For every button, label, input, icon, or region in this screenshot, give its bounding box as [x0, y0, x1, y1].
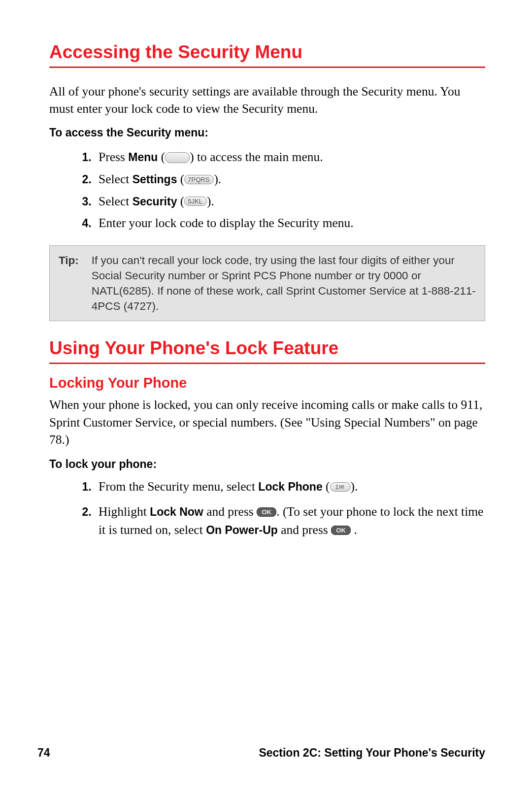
- step-text: Press: [99, 150, 128, 164]
- step-text: (: [177, 194, 184, 208]
- locking-body: When your phone is locked, you can only …: [49, 396, 485, 449]
- subhead-access-security: To access the Security menu:: [49, 126, 485, 139]
- step-text: From the Security menu, select: [99, 479, 258, 494]
- step-text: (: [177, 172, 184, 186]
- step-text: ) to access the main menu.: [190, 150, 323, 164]
- step-text: (: [323, 479, 330, 494]
- lock-now-label: Lock Now: [150, 505, 203, 518]
- tip-box: Tip: If you can't recall your lock code,…: [49, 245, 485, 321]
- step-text: .: [351, 523, 357, 537]
- lock-step-2: Highlight Lock Now and press OK. (To set…: [95, 503, 485, 539]
- step-text: Highlight: [99, 504, 150, 519]
- step-text: Select: [99, 194, 133, 208]
- heading-lock-feature: Using Your Phone's Lock Feature: [49, 338, 485, 364]
- ok-key-icon: OK: [257, 507, 276, 517]
- lock-phone-label: Lock Phone: [258, 480, 322, 493]
- step-text: ).: [351, 479, 358, 494]
- tip-text: If you can't recall your lock code, try …: [92, 253, 476, 314]
- step-text: ).: [207, 194, 214, 208]
- step-1: Press Menu ( ) to access the main menu.: [95, 146, 485, 168]
- page-footer: 74 Section 2C: Setting Your Phone's Secu…: [0, 746, 532, 760]
- step-text: Select: [99, 172, 133, 186]
- intro-paragraph: All of your phone's security settings ar…: [49, 83, 485, 117]
- step-text: and press: [203, 504, 257, 519]
- step-3: Select Security (5JKL).: [95, 191, 485, 213]
- ok-key-icon: OK: [331, 526, 351, 535]
- settings-label: Settings: [133, 173, 177, 186]
- steps-access-security: Press Menu ( ) to access the main menu. …: [49, 146, 485, 234]
- key-1-icon: 1✉: [330, 482, 351, 492]
- security-label: Security: [133, 195, 177, 208]
- lock-step-1: From the Security menu, select Lock Phon…: [95, 478, 485, 496]
- steps-lock-phone: From the Security menu, select Lock Phon…: [49, 478, 485, 539]
- step-text: and press: [278, 523, 331, 537]
- tip-label: Tip:: [59, 253, 79, 314]
- step-text: ).: [214, 172, 221, 186]
- menu-label: Menu: [128, 151, 158, 164]
- heading-accessing-security: Accessing the Security Menu: [49, 42, 485, 68]
- subhead-lock-phone: To lock your phone:: [49, 458, 485, 471]
- step-4: Enter your lock code to display the Secu…: [95, 212, 485, 234]
- menu-key-icon: [165, 152, 190, 163]
- subheading-locking-phone: Locking Your Phone: [49, 375, 485, 391]
- step-2: Select Settings (7PQRS).: [95, 168, 485, 191]
- key-5-icon: 5JKL: [184, 197, 207, 206]
- key-7-icon: 7PQRS: [184, 175, 214, 184]
- page-number: 74: [37, 746, 50, 760]
- step-text: (: [158, 150, 165, 164]
- on-power-up-label: On Power-Up: [206, 524, 278, 536]
- footer-section: Section 2C: Setting Your Phone's Securit…: [259, 746, 485, 760]
